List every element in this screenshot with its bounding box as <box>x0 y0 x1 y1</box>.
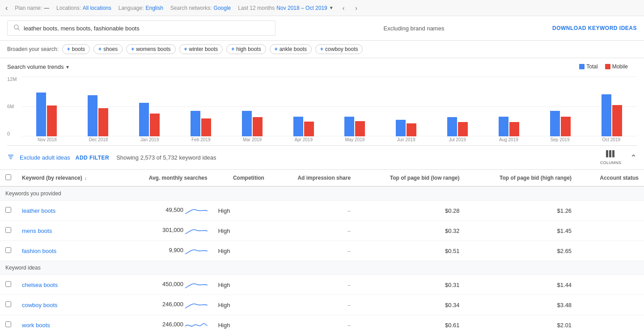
total-bar[interactable] <box>36 93 46 136</box>
mobile-bar[interactable] <box>150 114 160 136</box>
broaden-chip-boots[interactable]: + boots <box>62 44 90 54</box>
account-status-cell <box>577 201 644 221</box>
row-checkbox[interactable] <box>0 315 17 329</box>
ad-share-cell: – <box>270 275 356 295</box>
search-networks[interactable]: Search networks: Google <box>170 5 231 11</box>
x-axis-label: Nov 2018 <box>21 137 73 145</box>
mobile-bar[interactable] <box>458 122 468 136</box>
x-axis-label: Mar 2019 <box>227 137 278 145</box>
row-checkbox[interactable] <box>0 201 17 221</box>
search-icon <box>13 24 20 33</box>
competition-cell: High <box>213 201 270 221</box>
total-bar[interactable] <box>139 103 149 136</box>
top-nav: ‹ Plan name: — Locations: All locations … <box>0 0 644 16</box>
broaden-chip-cowboy-boots[interactable]: + cowboy boots <box>315 44 363 54</box>
total-bar[interactable] <box>344 117 354 136</box>
total-bar[interactable] <box>602 94 611 136</box>
locations[interactable]: Locations: All locations <box>56 5 111 11</box>
chart-title[interactable]: Search volume trends ▾ <box>7 63 69 70</box>
legend-mobile: Mobile <box>605 63 628 70</box>
account-status-cell <box>577 221 644 241</box>
x-axis-label: Feb 2019 <box>175 137 227 145</box>
header-checkbox[interactable] <box>0 170 17 186</box>
exclude-adult-ideas-link[interactable]: Exclude adult ideas <box>20 154 70 161</box>
competition-cell: High <box>213 275 270 295</box>
broaden-chip-womens-boots[interactable]: + womens boots <box>126 44 175 54</box>
table-row: chelsea boots 450,000 High – $0.31 $1.44 <box>0 275 644 295</box>
language[interactable]: Language: English <box>119 5 163 11</box>
mobile-bar[interactable] <box>407 123 416 136</box>
provided-section-header: Keywords you provided <box>0 186 644 201</box>
avg-searches-cell: 450,000 <box>119 275 213 295</box>
bid-low-cell: $0.31 <box>356 275 465 295</box>
bid-high-cell: $2.65 <box>465 241 577 261</box>
date-range[interactable]: Last 12 months Nov 2018 – Oct 2019 ▼ <box>238 5 333 11</box>
broaden-chip-winter-boots[interactable]: + winter boots <box>179 44 223 54</box>
avg-searches-cell: 246,000 <box>119 315 213 329</box>
download-keyword-ideas-button[interactable]: DOWNLOAD KEYWORD IDEAS <box>552 25 637 31</box>
keyword-cell[interactable]: cowboy boots <box>17 295 119 315</box>
keywords-table: Keyword (by relevance) ↓ Avg. monthly se… <box>0 170 644 329</box>
header-competition: Competition <box>213 170 270 186</box>
header-keyword[interactable]: Keyword (by relevance) ↓ <box>17 170 119 186</box>
keyword-cell[interactable]: leather boots <box>17 201 119 221</box>
row-checkbox[interactable] <box>0 295 17 315</box>
select-all-checkbox[interactable] <box>5 174 11 180</box>
mobile-bar[interactable] <box>201 118 211 136</box>
search-input[interactable] <box>24 25 270 32</box>
total-bar[interactable] <box>499 117 508 136</box>
svg-rect-3 <box>609 150 611 157</box>
total-bar[interactable] <box>293 117 303 136</box>
keyword-cell[interactable]: chelsea boots <box>17 275 119 295</box>
nav-next-arrow[interactable]: › <box>353 4 359 13</box>
bar-group <box>278 117 329 136</box>
x-axis-label: Aug 2019 <box>483 137 534 145</box>
row-checkbox[interactable] <box>0 221 17 241</box>
keyword-cell[interactable]: mens boots <box>17 221 119 241</box>
bid-low-cell: $0.28 <box>356 201 465 221</box>
mobile-bar[interactable] <box>98 108 108 136</box>
y-label-6m: 6M <box>7 104 21 109</box>
add-filter-button[interactable]: ADD FILTER <box>76 155 109 161</box>
bid-high-cell: $3.48 <box>465 295 577 315</box>
account-status-cell <box>577 295 644 315</box>
bar-group <box>483 117 534 136</box>
mobile-bar[interactable] <box>47 105 57 136</box>
row-checkbox[interactable] <box>0 241 17 261</box>
table-row: fashion boots 9,900 High – $0.51 $2.65 <box>0 241 644 261</box>
total-bar[interactable] <box>550 111 560 137</box>
legend-total: Total <box>579 63 597 70</box>
broaden-chip-high-boots[interactable]: + high boots <box>226 44 266 54</box>
mobile-bar[interactable] <box>561 117 571 136</box>
keyword-cell[interactable]: fashion boots <box>17 241 119 261</box>
ad-share-cell: – <box>270 241 356 261</box>
total-bar[interactable] <box>242 111 252 137</box>
bar-group <box>586 94 637 136</box>
bid-low-cell: $0.61 <box>356 315 465 329</box>
table-row: leather boots 49,500 High – $0.28 $1.26 <box>0 201 644 221</box>
mobile-bar[interactable] <box>304 122 314 136</box>
collapse-button[interactable]: ⌃ <box>630 153 637 163</box>
mobile-bar[interactable] <box>612 105 622 136</box>
broaden-search-row: Broaden your search: + boots + shoes + w… <box>0 41 644 58</box>
mobile-bar[interactable] <box>509 122 519 136</box>
mobile-bar[interactable] <box>253 117 263 136</box>
y-label-12m: 12M <box>7 76 21 82</box>
total-bar[interactable] <box>447 117 457 136</box>
mobile-bar[interactable] <box>355 121 365 137</box>
svg-line-1 <box>18 29 20 30</box>
row-checkbox[interactable] <box>0 275 17 295</box>
total-bar[interactable] <box>191 111 200 137</box>
bid-high-cell: $1.45 <box>465 221 577 241</box>
back-arrow[interactable]: ‹ <box>5 4 8 12</box>
total-bar[interactable] <box>88 95 97 136</box>
chart-container: 12M 6M 0 Nov 2018Dec 2018Jan 2019Feb 201… <box>7 76 637 146</box>
x-axis-label: Sep 2019 <box>534 137 586 145</box>
chart-section: Search volume trends ▾ Total Mobile 12M … <box>0 58 644 146</box>
columns-button[interactable]: COLUMNS <box>600 150 621 165</box>
broaden-chip-shoes[interactable]: + shoes <box>93 44 123 54</box>
keyword-cell[interactable]: work boots <box>17 315 119 329</box>
broaden-chip-ankle-boots[interactable]: + ankle boots <box>270 44 312 54</box>
total-bar[interactable] <box>396 120 406 136</box>
nav-prev-arrow[interactable]: ‹ <box>341 4 347 13</box>
